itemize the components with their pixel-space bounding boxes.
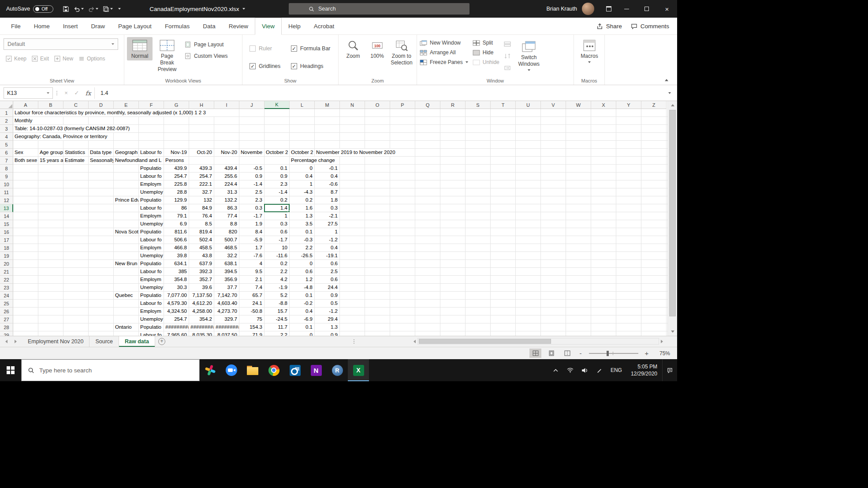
cell-M9[interactable]: 0.4 bbox=[315, 173, 339, 180]
select-all-corner[interactable] bbox=[0, 101, 13, 109]
cell-G9[interactable]: 254.7 bbox=[164, 173, 189, 180]
cell-M28[interactable]: 1.3 bbox=[315, 323, 339, 331]
cell-J26[interactable]: -50.8 bbox=[239, 308, 264, 315]
cell-K17[interactable]: -1.7 bbox=[264, 236, 289, 244]
sheet-tab-source[interactable]: Source bbox=[89, 336, 119, 347]
cell-L21[interactable]: 0.6 bbox=[290, 268, 314, 275]
horizontal-scroll-track[interactable] bbox=[417, 338, 659, 345]
zoom-button[interactable]: Zoom bbox=[341, 37, 365, 67]
comments-button[interactable]: Comments bbox=[631, 23, 669, 30]
cell-J12[interactable]: 2.3 bbox=[239, 196, 264, 204]
column-header-O[interactable]: O bbox=[365, 101, 390, 109]
cell-J15[interactable]: 1.9 bbox=[239, 220, 264, 228]
cell-J28[interactable]: 154.3 bbox=[239, 323, 264, 331]
new-sheet-button[interactable]: + bbox=[155, 336, 168, 347]
scroll-left-icon[interactable] bbox=[414, 340, 416, 343]
cell-F23[interactable]: Unemploy bbox=[139, 284, 164, 291]
ribbon-tab-view[interactable]: View bbox=[255, 18, 282, 35]
cell-F20[interactable]: Populatio bbox=[139, 260, 164, 267]
cell-G6[interactable]: Nov-19 bbox=[164, 149, 189, 156]
cell-L7[interactable]: Percentage change bbox=[290, 157, 339, 164]
row-header-17[interactable]: 17 bbox=[0, 236, 13, 244]
cell-J24[interactable]: 65.7 bbox=[239, 292, 264, 299]
cell-G19[interactable]: 39.8 bbox=[164, 252, 189, 259]
normal-view-status-button[interactable] bbox=[529, 349, 541, 358]
minimize-button[interactable] bbox=[616, 0, 637, 18]
column-header-L[interactable]: L bbox=[290, 101, 315, 109]
normal-view-button[interactable]: Normal bbox=[127, 37, 153, 60]
cell-E6[interactable]: Geograph bbox=[114, 149, 138, 156]
cell-F9[interactable]: Labour fo bbox=[139, 173, 164, 180]
cell-G13[interactable]: 86 bbox=[164, 204, 189, 212]
cell-K8[interactable]: 0.1 bbox=[264, 165, 289, 172]
page-break-status-button[interactable] bbox=[561, 349, 573, 358]
cancel-entry-button[interactable]: × bbox=[61, 90, 71, 96]
document-title[interactable]: CanadaEmploymentNov2020.xlsx bbox=[149, 6, 245, 12]
cell-G28[interactable]: ######### bbox=[164, 323, 189, 331]
page-layout-button[interactable]: Page Layout bbox=[184, 41, 227, 48]
cell-F18[interactable]: Employm bbox=[139, 244, 164, 252]
row-header-2[interactable]: 2 bbox=[0, 117, 13, 125]
cell-K16[interactable]: 0.6 bbox=[264, 228, 289, 236]
horizontal-scrollbar[interactable] bbox=[414, 338, 663, 345]
cell-A2[interactable]: Monthly bbox=[13, 117, 63, 124]
zoom-slider[interactable] bbox=[589, 353, 638, 354]
cell-F12[interactable]: Populatio bbox=[139, 196, 164, 204]
cell-I14[interactable]: 77.4 bbox=[214, 212, 239, 220]
taskbar-app-rstudio[interactable]: R bbox=[327, 359, 348, 381]
cell-F16[interactable]: Populatio bbox=[139, 228, 164, 236]
cell-M12[interactable]: 1.8 bbox=[315, 196, 339, 204]
zoom-in-button[interactable]: + bbox=[643, 349, 650, 357]
cell-G22[interactable]: 354.8 bbox=[164, 276, 189, 283]
cell-L12[interactable]: 0.2 bbox=[290, 196, 314, 204]
row-header-7[interactable]: 7 bbox=[0, 157, 13, 165]
cell-H14[interactable]: 76.4 bbox=[189, 212, 214, 220]
cell-H29[interactable]: 8,035.30 bbox=[189, 331, 214, 336]
ribbon-tab-home[interactable]: Home bbox=[27, 18, 56, 34]
column-header-U[interactable]: U bbox=[516, 101, 541, 109]
cell-H13[interactable]: 84.9 bbox=[189, 204, 214, 212]
cell-G7[interactable]: Persons bbox=[164, 157, 189, 164]
cell-I16[interactable]: 820 bbox=[214, 228, 239, 236]
zoom-to-selection-button[interactable]: Zoom to Selection bbox=[389, 37, 414, 67]
cell-E12[interactable]: Prince Edv bbox=[114, 196, 138, 204]
cell-G29[interactable]: 7,965.60 bbox=[164, 331, 189, 336]
cell-F28[interactable]: Populatio bbox=[139, 323, 164, 331]
cell-I19[interactable]: 32.2 bbox=[214, 252, 239, 259]
cell-C6[interactable]: Statistics bbox=[63, 149, 88, 156]
column-header-J[interactable]: J bbox=[239, 101, 264, 109]
zoom-100-button[interactable]: 100 100% bbox=[365, 37, 389, 67]
cell-L10[interactable]: 1 bbox=[290, 180, 314, 188]
cell-G15[interactable]: 6.9 bbox=[164, 220, 189, 228]
freeze-panes-button[interactable]: Freeze Panes bbox=[420, 59, 468, 65]
enter-entry-button[interactable]: ✓ bbox=[71, 90, 82, 96]
taskbar-clock[interactable]: 5:05 PM 12/29/2020 bbox=[626, 363, 662, 377]
taskbar-app-excel[interactable]: X bbox=[348, 359, 369, 381]
cell-F17[interactable]: Labour fo bbox=[139, 236, 164, 244]
column-header-X[interactable]: X bbox=[591, 101, 616, 109]
cell-M13[interactable]: 0.3 bbox=[315, 204, 339, 212]
arrange-all-button[interactable]: Arrange All bbox=[420, 49, 468, 56]
cell-L16[interactable]: 0.1 bbox=[290, 228, 314, 236]
insert-function-button[interactable]: fx bbox=[82, 90, 94, 97]
new-sheet-view-button[interactable]: New bbox=[52, 54, 75, 63]
cell-J13[interactable]: 0.3 bbox=[239, 204, 264, 212]
cell-K28[interactable]: 11.7 bbox=[264, 323, 289, 331]
user-name[interactable]: Brian Krauth bbox=[547, 6, 577, 12]
maximize-button[interactable] bbox=[637, 0, 657, 18]
language-indicator[interactable]: ENG bbox=[607, 359, 626, 381]
cell-I17[interactable]: 500.7 bbox=[214, 236, 239, 244]
cell-A6[interactable]: Sex bbox=[13, 149, 38, 156]
cell-H8[interactable]: 439.3 bbox=[189, 165, 214, 172]
volume-button[interactable] bbox=[577, 359, 592, 381]
cell-L18[interactable]: 2.2 bbox=[290, 244, 314, 252]
cell-H22[interactable]: 352.7 bbox=[189, 276, 214, 283]
cells-area[interactable]: 1Labour force characteristics by provinc… bbox=[0, 109, 667, 336]
split-button[interactable]: Split bbox=[473, 40, 499, 46]
column-header-T[interactable]: T bbox=[491, 101, 516, 109]
action-center-button[interactable] bbox=[662, 359, 677, 381]
cell-K11[interactable]: -1.4 bbox=[264, 188, 289, 196]
cell-B6[interactable]: Age group bbox=[38, 149, 63, 156]
ribbon-tab-data[interactable]: Data bbox=[196, 18, 222, 34]
row-header-29[interactable]: 29 bbox=[0, 331, 13, 336]
